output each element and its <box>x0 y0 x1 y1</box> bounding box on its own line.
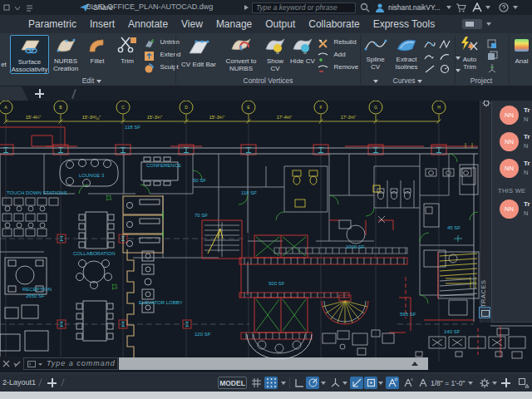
show-cv-button[interactable]: Show CV <box>262 35 288 74</box>
project-ucs-button[interactable] <box>486 61 498 73</box>
tab-express-tools[interactable]: Express Tools <box>367 15 441 33</box>
convert-to-nurbs-button[interactable]: Convert to NURBS <box>223 35 259 74</box>
isolate-objects-button[interactable] <box>517 377 530 389</box>
ortho-button[interactable] <box>293 377 306 389</box>
search-icon[interactable] <box>360 2 370 12</box>
trace-item[interactable]: NNTrN <box>492 196 532 223</box>
auto-trim-button[interactable]: Auto Trim <box>456 35 483 74</box>
search-expand-icon[interactable] <box>244 5 249 10</box>
trace-item[interactable]: NNTrN <box>492 102 532 129</box>
polar-tracking-button[interactable] <box>306 377 319 389</box>
grid-display-button[interactable] <box>249 377 263 389</box>
panel-label-edit[interactable]: Edit <box>8 74 175 86</box>
tab-annotate[interactable]: Annotate <box>121 15 175 33</box>
settings-caret[interactable] <box>492 382 497 385</box>
untrim-button[interactable]: Untrim <box>144 36 180 48</box>
annotation-scale-value[interactable]: 1/8" = 1'-0" <box>431 379 465 387</box>
command-prompt-icon[interactable] <box>27 361 42 367</box>
iso-caret[interactable] <box>342 382 347 385</box>
customization-button[interactable] <box>501 378 511 388</box>
surface-associativity-button[interactable]: Surface Associativity <box>10 35 49 74</box>
user-icon[interactable] <box>375 2 385 12</box>
hide-cv-button[interactable]: Hide CV <box>289 35 316 74</box>
autoscale-button[interactable] <box>401 377 415 389</box>
cyan-details <box>454 235 462 242</box>
traces-side-title[interactable]: TRACES <box>480 279 491 308</box>
new-layout-button[interactable] <box>47 378 56 387</box>
svg-text:B: B <box>59 105 62 110</box>
trace-item[interactable]: NNTrN <box>492 155 532 182</box>
drawing-tab[interactable] <box>0 86 28 101</box>
sculpt-button[interactable]: Sculpt <box>144 61 179 73</box>
command-placeholder[interactable]: Type a command <box>47 359 116 367</box>
ribbon-panel-project: Auto Trim Project <box>456 33 507 86</box>
panel-label-control-vertices[interactable]: Control Vertices <box>176 74 360 86</box>
tab-insert[interactable]: Insert <box>83 15 121 33</box>
add-button[interactable]: Add <box>318 48 346 61</box>
snap-mode-button[interactable] <box>264 377 278 389</box>
help-caret[interactable] <box>513 6 518 9</box>
panel-label-project[interactable]: Project <box>456 74 507 86</box>
layout-tab[interactable]: 2-Layout1 <box>2 378 36 387</box>
tab-collaborate[interactable]: Collaborate <box>302 15 366 33</box>
tab-manage[interactable]: Manage <box>209 15 259 33</box>
trace-name: Tr <box>524 200 530 208</box>
command-history-strip[interactable] <box>119 357 428 370</box>
annotation-visibility-button[interactable] <box>386 377 399 389</box>
cart-icon[interactable] <box>456 2 466 12</box>
spline-cv-button[interactable]: Spline CV <box>362 35 389 74</box>
tab-view[interactable]: View <box>175 15 209 33</box>
user-menu-caret[interactable] <box>446 6 451 9</box>
isometric-drafting-button[interactable] <box>328 377 342 389</box>
svg-text:17'-4⅛": 17'-4⅛" <box>277 115 293 120</box>
object-snap-tracking-button[interactable] <box>350 377 363 389</box>
tab-separator <box>71 89 76 99</box>
trace-image-button[interactable] <box>479 307 490 318</box>
project-geometry-button[interactable] <box>486 36 498 48</box>
trace-item[interactable]: NNTrN <box>492 129 532 155</box>
remove-button[interactable]: Remove <box>318 61 358 73</box>
quick-access-toolbar[interactable] <box>3 3 53 12</box>
arc-icon <box>439 52 451 62</box>
tab-output[interactable]: Output <box>259 15 302 33</box>
object-snap-button[interactable] <box>364 377 377 389</box>
phone-booths <box>123 196 163 253</box>
nurbs-creation-button[interactable]: NURBS Creation <box>51 35 81 74</box>
curve-tool-1[interactable] <box>424 36 451 48</box>
project-ucs-icon <box>486 63 498 74</box>
extract-isolines-button[interactable]: Extract Isolines <box>391 35 422 74</box>
osnap-caret[interactable] <box>378 382 383 385</box>
annotation-scale-button[interactable] <box>416 377 430 389</box>
command-expand-icon[interactable] <box>411 362 418 366</box>
analysis-button[interactable]: Anal <box>511 35 532 74</box>
svg-text:H: H <box>437 105 441 110</box>
project-view-button[interactable] <box>486 48 498 61</box>
svg-text:15'-3¾": 15'-3¾" <box>147 115 163 120</box>
polar-caret[interactable] <box>321 382 326 385</box>
room-label: TOUCH DOWN STATIONS <box>7 190 67 196</box>
search-input[interactable] <box>252 2 356 13</box>
tab-state-caret[interactable] <box>486 22 491 26</box>
tab-state-button[interactable] <box>462 19 482 29</box>
new-drawing-button[interactable] <box>35 89 44 98</box>
command-close-icon[interactable] <box>2 360 22 368</box>
room-label: 120 SF <box>195 332 210 337</box>
svg-text:E: E <box>247 105 250 110</box>
tab-parametric[interactable]: Parametric <box>22 15 83 33</box>
model-button[interactable]: MODEL <box>218 377 247 389</box>
partial-button[interactable]: et <box>0 35 7 73</box>
trim-button[interactable]: Trim <box>113 35 141 74</box>
remove-icon <box>318 63 328 74</box>
help-icon[interactable] <box>499 2 509 12</box>
fillet-button[interactable]: Fillet <box>85 35 110 74</box>
logo-caret[interactable] <box>485 6 490 9</box>
cv-edit-bar-button[interactable]: CV Edit Bar <box>178 35 219 74</box>
autodesk-logo-icon[interactable] <box>472 2 482 12</box>
svg-text:15'-3¾": 15'-3¾" <box>209 115 225 120</box>
rebuild-button[interactable]: Rebuild <box>318 36 357 48</box>
username[interactable]: nishant.naikVY... <box>388 3 441 12</box>
scale-caret[interactable] <box>468 382 473 385</box>
snap-caret[interactable] <box>281 382 286 385</box>
panel-label-curves[interactable]: Curves <box>361 74 455 86</box>
settings-gear-button[interactable] <box>478 377 491 389</box>
